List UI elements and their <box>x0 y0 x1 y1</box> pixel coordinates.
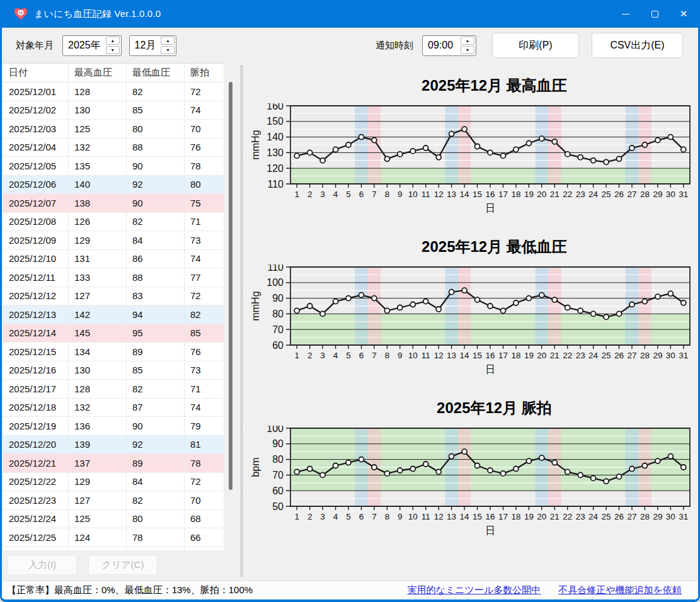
table-row[interactable]: 2025/12/111338877 <box>3 268 224 287</box>
cell-date: 2025/12/10 <box>3 250 69 268</box>
close-button[interactable]: ✕ <box>669 0 698 28</box>
time-up-button[interactable]: ▲ <box>461 37 474 45</box>
input-button[interactable]: 入力(I) <box>8 555 77 575</box>
svg-text:16: 16 <box>485 512 495 521</box>
month-down-button[interactable]: ▼ <box>161 46 175 54</box>
titlebar: まいにち血圧記録 Ver.1.0.0.0 ✕ <box>2 0 698 28</box>
cell-systolic: 136 <box>69 417 127 435</box>
svg-text:18: 18 <box>511 190 520 199</box>
maximize-button[interactable] <box>640 0 669 28</box>
cell-systolic: 134 <box>69 343 127 361</box>
cell-diastolic: 92 <box>127 436 185 454</box>
scrollbar-thumb[interactable] <box>229 82 232 490</box>
cell-diastolic: 87 <box>127 399 185 417</box>
splitter[interactable] <box>241 65 243 577</box>
tools-link[interactable]: 実用的なミニツール多数公開中 <box>408 584 541 596</box>
cell-date: 2025/12/01 <box>3 82 69 101</box>
cell-systolic: 142 <box>69 305 127 324</box>
chart-plot: 110120130140150160mmHg123456789101112131… <box>249 103 698 219</box>
table-row[interactable]: 2025/12/251247866 <box>3 528 224 547</box>
table-row[interactable]: 2025/12/171288271 <box>3 380 224 399</box>
svg-text:14: 14 <box>460 351 470 360</box>
table-row[interactable]: 2025/12/101318674 <box>3 250 224 269</box>
svg-text:4: 4 <box>333 512 338 521</box>
cell-diastolic: 88 <box>127 268 185 287</box>
notify-time-value[interactable]: 09:00 <box>423 36 459 55</box>
svg-text:19: 19 <box>524 512 534 521</box>
svg-text:28: 28 <box>640 512 650 521</box>
svg-text:22: 22 <box>563 351 572 360</box>
column-header-pulse[interactable]: 脈拍 <box>185 64 219 82</box>
table-row[interactable]: 2025/12/181328774 <box>3 399 224 417</box>
month-value[interactable]: 12月 <box>130 36 160 55</box>
table-row[interactable]: 2025/12/151348976 <box>3 343 224 361</box>
table-row[interactable]: 2025/12/031258070 <box>3 120 224 139</box>
cell-diastolic: 80 <box>127 547 185 551</box>
svg-text:8: 8 <box>385 512 390 521</box>
cell-diastolic: 82 <box>127 491 185 509</box>
csv-export-button[interactable]: CSV出力(E) <box>592 33 683 58</box>
svg-text:25: 25 <box>602 512 611 521</box>
year-down-button[interactable]: ▼ <box>106 46 120 54</box>
time-down-button[interactable]: ▼ <box>461 46 474 54</box>
cell-systolic: 133 <box>69 268 127 287</box>
year-value[interactable]: 2025年 <box>63 36 105 55</box>
svg-text:2: 2 <box>307 351 313 360</box>
cell-systolic: 137 <box>69 454 127 472</box>
svg-text:90: 90 <box>272 293 284 304</box>
table-row[interactable]: 2025/12/061409280 <box>3 176 224 195</box>
cell-systolic: 139 <box>69 436 127 454</box>
column-header-systolic[interactable]: 最高血圧 <box>69 64 127 82</box>
column-header-date[interactable]: 日付 <box>3 64 69 82</box>
table-row[interactable]: 2025/12/201399281 <box>3 436 224 455</box>
table-row[interactable]: 2025/12/081268271 <box>3 213 224 232</box>
table-row[interactable]: 2025/12/221298472 <box>3 473 224 492</box>
table-scrollbar[interactable] <box>226 65 235 548</box>
table-row[interactable]: 2025/12/041328876 <box>3 139 224 157</box>
table-row[interactable]: 2025/12/051359078 <box>3 157 224 176</box>
table-row[interactable]: 2025/12/211378978 <box>3 454 224 473</box>
svg-text:7: 7 <box>372 512 377 521</box>
svg-text:20: 20 <box>537 512 546 521</box>
chart-pulse: 2025年12月 脈拍 5060708090100bpm123456789101… <box>249 390 698 542</box>
cell-pulse: 85 <box>185 324 219 343</box>
clear-button[interactable]: クリア(C) <box>88 555 158 575</box>
table-row[interactable]: 2025/12/231278270 <box>3 491 224 510</box>
svg-text:24: 24 <box>588 351 599 360</box>
cell-pulse: 70 <box>185 491 219 509</box>
svg-text:1: 1 <box>294 190 299 199</box>
cell-diastolic: 83 <box>127 287 185 305</box>
table-row[interactable]: 2025/12/261268069 <box>3 547 224 551</box>
cell-diastolic: 88 <box>127 139 185 157</box>
svg-text:6: 6 <box>359 512 364 521</box>
svg-text:2: 2 <box>307 190 313 199</box>
table-row[interactable]: 2025/12/161308573 <box>3 361 224 380</box>
year-up-button[interactable]: ▲ <box>106 37 120 45</box>
table-row[interactable]: 2025/12/021308574 <box>3 101 224 120</box>
month-up-button[interactable]: ▲ <box>161 37 175 45</box>
request-link[interactable]: 不具合修正や機能追加を依頼 <box>558 584 682 596</box>
table-row[interactable]: 2025/12/121278372 <box>3 287 224 306</box>
normal-rate-summary: 【正常率】最高血圧：0%、最低血圧：13%、脈拍：100% <box>7 584 253 596</box>
svg-text:14: 14 <box>460 512 470 521</box>
cell-pulse: 72 <box>185 82 219 101</box>
print-button[interactable]: 印刷(P) <box>492 33 579 58</box>
table-row[interactable]: 2025/12/131429482 <box>3 305 224 324</box>
table-row[interactable]: 2025/12/091298473 <box>3 231 224 250</box>
table-row[interactable]: 2025/12/011288272 <box>3 82 224 101</box>
table-row[interactable]: 2025/12/071389075 <box>3 194 224 213</box>
svg-text:20: 20 <box>537 351 546 360</box>
table-row[interactable]: 2025/12/141459585 <box>3 324 224 343</box>
column-header-diastolic[interactable]: 最低血圧 <box>127 64 185 82</box>
svg-text:70: 70 <box>272 470 284 480</box>
svg-text:7: 7 <box>372 190 377 199</box>
minimize-button[interactable] <box>611 0 640 28</box>
cell-date: 2025/12/17 <box>3 380 69 398</box>
table-row[interactable]: 2025/12/191369079 <box>3 417 224 436</box>
svg-text:17: 17 <box>498 351 508 360</box>
app-window: まいにち血圧記録 Ver.1.0.0.0 ✕ 対象年月 2025年 ▲ ▼ 12… <box>0 0 700 602</box>
svg-text:3: 3 <box>320 351 325 360</box>
cell-pulse: 72 <box>185 287 219 305</box>
cell-date: 2025/12/21 <box>3 454 69 472</box>
table-row[interactable]: 2025/12/241258068 <box>3 510 224 529</box>
